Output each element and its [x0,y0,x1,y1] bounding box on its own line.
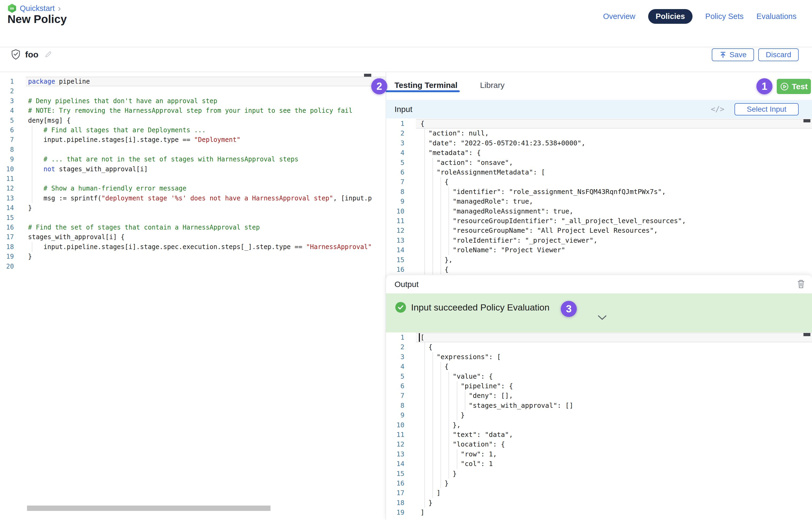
editor-line: 10 }, [386,420,812,430]
editor-line: 15 }, [386,255,812,265]
editor-line: 17stages_with_approval[i] { [0,232,386,242]
policy-editor-vscroll-thumb[interactable] [364,74,371,77]
line-number: 1 [0,77,14,86]
line-number: 8 [386,401,404,411]
editor-line: 8 "identifier": "role_assignment_NsFQM43… [386,187,812,197]
policy-identity: foo [11,49,53,60]
editor-line: 1package pipeline [0,77,386,86]
editor-line: 16 { [386,265,812,275]
editor-line: 19] [386,508,812,517]
line-number: 4 [386,362,404,371]
line-number: 11 [386,216,404,226]
line-number: 11 [0,174,14,184]
tab-library[interactable]: Library [480,81,505,90]
editor-line: 3 "expressions": [ [386,352,812,362]
line-number: 15 [386,469,404,478]
editor-line: 7 input.pipeline.stages[i].stage.type ==… [0,135,386,145]
breadcrumb: ∞ Quickstart › [7,4,61,13]
editor-line: 4 { [386,362,812,371]
editor-line: 16 } [386,478,812,488]
new-policy-screen: ∞ Quickstart › New Policy Overview Polic… [0,0,812,520]
line-number: 2 [0,86,14,96]
line-number: 6 [386,167,404,177]
line-number: 1 [386,119,404,129]
line-number: 9 [386,411,404,420]
test-button[interactable]: Test [777,79,811,94]
line-number: 13 [386,236,404,245]
line-number: 11 [386,430,404,440]
editor-line: 13 msg := sprintf("deployment stage '%s'… [0,193,386,203]
output-editor-vscroll-thumb[interactable] [804,333,810,336]
line-number: 9 [0,154,14,164]
edit-pencil-icon[interactable] [43,50,53,59]
editor-line: 9 "managedRole": true, [386,197,812,206]
line-number: 16 [386,478,404,488]
editor-line: 3# Deny pipelines that don't have an app… [0,96,386,106]
editor-line: 10 "managedRoleAssignment": true, [386,207,812,216]
line-number: 14 [386,459,404,469]
editor-line: 19} [0,252,386,261]
editor-line: 5 "action": "onsave", [386,158,812,167]
line-number: 3 [386,352,404,362]
editor-line: 8 "stages_with_approval": [] [386,401,812,411]
nav-evaluations[interactable]: Evaluations [756,12,796,21]
editor-line: 18 input.pipeline.stages[i].stage.spec.e… [0,242,386,252]
chevron-down-icon[interactable] [597,315,607,321]
editor-line: 4 "metadata": { [386,148,812,158]
test-button-label: Test [792,82,808,91]
line-number: 12 [386,226,404,235]
harness-logo-icon: ∞ [7,4,17,13]
editor-line: 14 "roleName": "Project Viewer" [386,245,812,255]
policy-editor-hscrollbar[interactable] [27,505,271,511]
tab-testing-terminal[interactable]: Testing Terminal [395,81,458,90]
success-check-icon [395,302,406,313]
editor-line: 9 # ... that are not in the set of stage… [0,154,386,164]
input-json-editor[interactable]: 1{2 "action": null,3 "date": "2022-05-05… [386,119,812,275]
line-number: 13 [0,193,14,203]
line-number: 1 [386,333,404,342]
editor-line: 13 "row": 1, [386,449,812,459]
discard-button[interactable]: Discard [758,48,798,61]
line-number: 16 [0,223,14,232]
save-button-label: Save [729,51,746,59]
editor-line: 2 { [386,342,812,352]
editor-line: 7 "deny": [], [386,391,812,400]
breadcrumb-quickstart-link[interactable]: Quickstart [20,4,55,13]
editor-line: 7 { [386,177,812,187]
input-editor-vscroll-thumb[interactable] [804,119,810,122]
line-number: 18 [386,498,404,508]
editor-line: 2 "action": null, [386,129,812,138]
nav-overview[interactable]: Overview [603,12,635,21]
line-number: 15 [0,213,14,223]
nav-policies-active[interactable]: Policies [648,9,692,24]
editor-line: 20 [0,262,386,271]
line-number: 6 [0,125,14,135]
editor-line: 5 "value": { [386,372,812,381]
input-section-header: Input </> Select Input [386,100,812,119]
editor-line: 2 [0,86,386,96]
editor-line: 12 # Show a human-friendly error message [0,184,386,193]
editor-line: 12 "location": { [386,440,812,449]
toolbar-divider [0,72,812,72]
input-title: Input [395,105,412,114]
line-number: 7 [386,177,404,187]
clear-output-trash-icon[interactable] [797,279,805,290]
output-section: Output Input succeeded Policy Evaluation… [386,275,812,520]
editor-line: 6 "roleAssignmentMetadata": [ [386,167,812,177]
shield-check-icon [11,49,20,60]
line-number: 8 [0,145,14,154]
policy-code-editor[interactable]: 1package pipeline23# Deny pipelines that… [0,77,386,272]
editor-line: 13 "roleIdentifier": "_project_viewer", [386,236,812,245]
editor-line: 6 # Find all stages that are Deployments… [0,125,386,135]
save-button[interactable]: Save [712,48,754,61]
line-number: 4 [0,106,14,115]
line-number: 14 [386,245,404,255]
output-json-editor[interactable]: 1[2 {3 "expressions": [4 {5 "value": {6 … [386,333,812,518]
policy-name: foo [25,50,39,59]
nav-policy-sets[interactable]: Policy Sets [705,12,743,21]
line-number: 2 [386,342,404,352]
line-number: 15 [386,255,404,265]
editor-line: 1[ [386,333,812,342]
select-input-button[interactable]: Select Input [735,103,798,115]
code-view-icon[interactable]: </> [711,105,724,113]
